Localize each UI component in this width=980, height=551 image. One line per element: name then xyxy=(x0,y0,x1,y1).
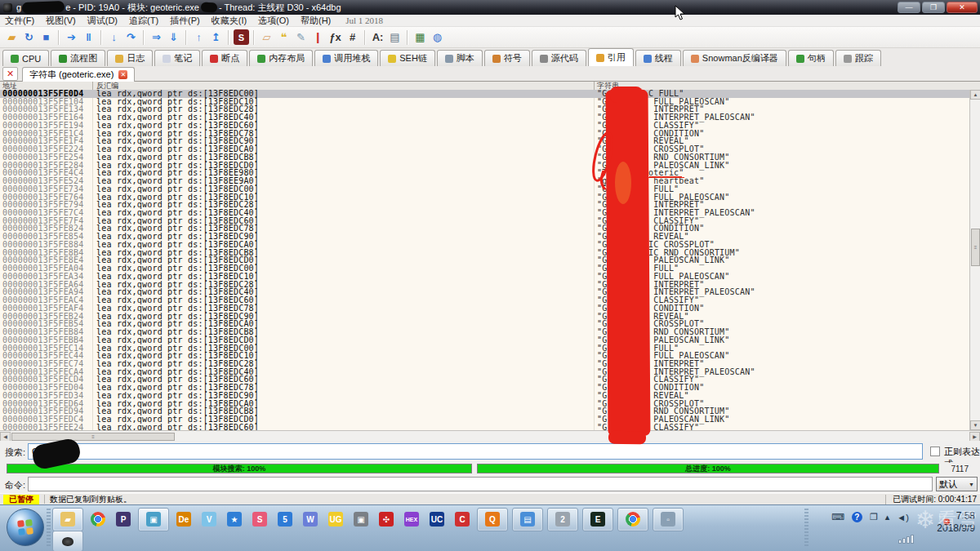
run-icon[interactable]: ➔ xyxy=(64,29,79,45)
menu-options[interactable]: 选项(O) xyxy=(258,15,289,27)
taskbar-x64dbg-running[interactable] xyxy=(52,531,83,551)
taskbar-image-viewer[interactable]: 2 xyxy=(547,508,578,531)
menu-favourites[interactable]: 收藏夹(I) xyxy=(212,15,247,27)
taskbar-everything-search[interactable]: Q xyxy=(477,508,508,531)
network-signal-icon[interactable] xyxy=(898,535,914,544)
taskbar-ug-app[interactable]: UG xyxy=(325,509,346,530)
tab-graph[interactable]: 流程图 xyxy=(51,50,105,66)
globe-icon[interactable]: ◍ xyxy=(430,29,445,45)
taskbar-chrome-window[interactable] xyxy=(617,508,648,531)
popup-window-icon[interactable]: ❐ xyxy=(870,512,878,522)
run-to-user-code-icon[interactable]: ↥ xyxy=(208,29,224,45)
tab-threads[interactable]: 线程 xyxy=(635,50,681,66)
label-icon[interactable]: ✎ xyxy=(293,29,309,45)
tab-memory-map[interactable]: 内存布局 xyxy=(249,50,313,66)
menu-debug[interactable]: 调试(D) xyxy=(87,15,118,27)
column-divider[interactable] xyxy=(594,82,595,90)
hash-icon[interactable]: # xyxy=(345,29,360,45)
stop-icon[interactable]: ■ xyxy=(38,29,54,45)
step-into-icon[interactable]: ↓ xyxy=(106,29,122,45)
vscroll-thumb[interactable]: ≡ xyxy=(971,229,980,266)
start-button[interactable] xyxy=(7,509,44,546)
tab-symbols[interactable]: 符号 xyxy=(484,50,530,66)
taskbar-uc-app[interactable]: UC xyxy=(426,509,448,530)
menu-trace[interactable]: 追踪(T) xyxy=(129,15,158,27)
comment-icon[interactable]: ❝ xyxy=(276,29,292,45)
taskbar-star-app[interactable]: ★ xyxy=(224,509,245,530)
menu-file[interactable]: 文件(F) xyxy=(5,15,34,27)
column-header-address[interactable]: 地址 xyxy=(2,82,17,90)
taskbar-evernote-dark[interactable]: E xyxy=(582,508,613,531)
taskbar-camera-recorder[interactable]: ▣ xyxy=(350,509,372,530)
taskbar-purple-app[interactable]: P xyxy=(113,509,134,530)
command-mode-dropdown[interactable]: 默认 ▼ xyxy=(936,477,978,491)
tray-clock[interactable]: 7:58 2018/9/9 xyxy=(937,510,975,535)
red-underline-annotation xyxy=(649,176,682,178)
menu-plugins[interactable]: 插件(P) xyxy=(170,15,200,27)
run-to-cursor-icon[interactable]: ⇒ xyxy=(149,29,164,45)
taskbar-ida-de[interactable]: De xyxy=(173,509,194,530)
taskbar-pinwheel-app[interactable]: ✣ xyxy=(376,509,397,530)
tab-snowman[interactable]: Snowman反编译器 xyxy=(683,50,786,66)
tab-breakpoints[interactable]: 断点 xyxy=(202,50,247,66)
help-question-icon[interactable]: ? xyxy=(852,512,862,522)
volume-speaker-icon[interactable]: ◄) xyxy=(897,513,909,522)
search-input[interactable] xyxy=(28,443,923,460)
run-up-icon[interactable]: ↑ xyxy=(191,29,207,45)
tab-references[interactable]: 引用 xyxy=(588,48,634,66)
tab-strings-geoteric[interactable]: 字符串 (geoteric.exe) ✕ xyxy=(22,67,135,82)
strings-s-icon[interactable]: S xyxy=(234,29,249,45)
tab-handles[interactable]: 句柄 xyxy=(788,50,834,66)
tab-call-stack[interactable]: 调用堆栈 xyxy=(314,50,378,66)
taskbar-v-app[interactable]: V xyxy=(198,509,220,530)
preferences-icon[interactable]: ▤ xyxy=(387,29,403,45)
taskbar-remote-card[interactable]: ▤ xyxy=(512,508,543,531)
column-header-disasm[interactable]: 反汇编 xyxy=(96,82,118,90)
close-all-tabs-button[interactable]: ✕ xyxy=(2,67,18,81)
taskbar-small-window[interactable]: ▫ xyxy=(653,508,684,531)
tab-log[interactable]: 日志 xyxy=(107,50,153,66)
close-button[interactable]: ✕ xyxy=(947,2,978,13)
hscroll-thumb[interactable]: ≡ xyxy=(11,433,175,441)
tab-script[interactable]: 脚本 xyxy=(437,50,483,66)
command-input[interactable] xyxy=(28,477,933,491)
minimize-button[interactable]: — xyxy=(898,2,920,13)
patch-icon[interactable]: ▱ xyxy=(259,29,274,45)
close-tab-icon[interactable]: ✕ xyxy=(118,70,127,79)
taskbar-explorer-folder[interactable]: ▰ xyxy=(52,508,83,531)
step-over-icon[interactable]: ↷ xyxy=(123,29,139,45)
menu-help[interactable]: 帮助(H) xyxy=(301,15,331,27)
taskbar-chrome[interactable] xyxy=(87,509,109,530)
calculator-icon[interactable]: ▦ xyxy=(412,29,428,45)
restore-button[interactable]: ❐ xyxy=(922,2,945,13)
table-row[interactable]: 000000013F5FEE24lea rdx,qword ptr ds:[13… xyxy=(0,424,980,430)
vertical-scrollbar[interactable]: ▲ ≡ ▼ xyxy=(969,90,980,430)
scroll-up-arrow[interactable]: ▲ xyxy=(970,90,980,100)
taskbar-vmware[interactable]: ▣ xyxy=(138,508,169,531)
keyboard-icon[interactable]: ⌨ xyxy=(831,512,844,522)
taskbar-hex-workshop[interactable]: HEX xyxy=(401,509,422,530)
tab-trace[interactable]: 跟踪 xyxy=(835,50,881,66)
open-file-icon[interactable]: ▰ xyxy=(4,29,20,45)
tab-seh[interactable]: SEH链 xyxy=(380,50,435,66)
pause-icon[interactable]: ‖ xyxy=(81,29,96,45)
menu-view[interactable]: 视图(V) xyxy=(46,15,76,27)
tab-source[interactable]: 源代码 xyxy=(532,50,586,66)
scroll-down-arrow[interactable]: ▼ xyxy=(970,420,980,430)
restart-icon[interactable]: ↻ xyxy=(21,29,37,45)
tab-notes[interactable]: 笔记 xyxy=(154,50,200,66)
taskbar-word[interactable]: W xyxy=(300,509,321,530)
taskbar-five-app[interactable]: 5 xyxy=(274,509,296,530)
taskbar-floppy-save[interactable]: S xyxy=(249,509,270,530)
font-az-icon[interactable]: A: xyxy=(370,29,385,45)
bookmark-icon[interactable]: ❙ xyxy=(310,29,326,45)
horizontal-scrollbar[interactable]: ◀ ≡ ▶ xyxy=(0,430,980,441)
taskbar-ccleaner[interactable]: C xyxy=(452,509,473,530)
tab-cpu[interactable]: CPU xyxy=(2,50,49,66)
column-header-string[interactable]: 字符串 xyxy=(597,82,619,90)
column-divider[interactable] xyxy=(92,82,93,90)
hidden-icons-arrow-icon[interactable]: ▴ xyxy=(885,512,890,522)
execute-till-return-icon[interactable]: ⇓ xyxy=(166,29,181,45)
function-icon[interactable]: ƒx xyxy=(327,29,343,45)
regex-checkbox[interactable] xyxy=(930,447,940,456)
